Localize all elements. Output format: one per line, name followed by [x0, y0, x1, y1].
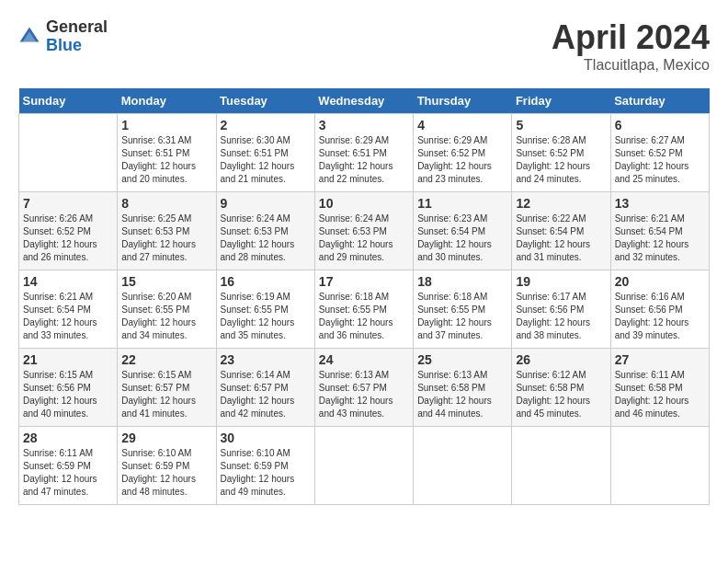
day-number: 23 [221, 352, 311, 367]
table-row: 15Sunrise: 6:20 AMSunset: 6:55 PMDayligh… [118, 270, 216, 349]
calendar-body: 1Sunrise: 6:31 AMSunset: 6:51 PMDaylight… [19, 114, 710, 505]
day-info: Sunrise: 6:13 AMSunset: 6:58 PMDaylight:… [417, 369, 507, 420]
day-info: Sunrise: 6:27 AMSunset: 6:52 PMDaylight:… [615, 134, 705, 186]
day-number: 20 [615, 274, 705, 289]
day-info: Sunrise: 6:30 AMSunset: 6:51 PMDaylight:… [221, 134, 311, 186]
day-number: 21 [23, 352, 113, 367]
logo-icon [18, 26, 40, 48]
day-number: 8 [121, 196, 211, 211]
day-number: 27 [615, 352, 705, 367]
title-block: April 2024 Tlacuitlapa, Mexico [552, 18, 710, 74]
col-monday: Monday [118, 88, 216, 114]
day-info: Sunrise: 6:17 AMSunset: 6:56 PMDaylight:… [516, 291, 606, 342]
day-info: Sunrise: 6:29 AMSunset: 6:52 PMDaylight:… [417, 134, 507, 186]
day-number: 4 [417, 118, 507, 132]
table-row: 25Sunrise: 6:13 AMSunset: 6:58 PMDayligh… [414, 349, 512, 427]
logo: General Blue [18, 18, 108, 55]
day-info: Sunrise: 6:11 AMSunset: 6:59 PMDaylight:… [23, 447, 113, 499]
calendar-header: Sunday Monday Tuesday Wednesday Thursday… [19, 88, 710, 114]
table-row: 18Sunrise: 6:18 AMSunset: 6:55 PMDayligh… [414, 270, 512, 349]
day-number: 7 [23, 196, 113, 211]
day-number: 1 [121, 118, 211, 132]
day-info: Sunrise: 6:18 AMSunset: 6:55 PMDaylight:… [319, 291, 409, 342]
calendar-week-5: 28Sunrise: 6:11 AMSunset: 6:59 PMDayligh… [19, 427, 710, 505]
day-info: Sunrise: 6:13 AMSunset: 6:57 PMDaylight:… [319, 369, 409, 420]
table-row: 9Sunrise: 6:24 AMSunset: 6:53 PMDaylight… [216, 192, 314, 270]
day-number: 25 [417, 352, 507, 367]
table-row: 26Sunrise: 6:12 AMSunset: 6:58 PMDayligh… [512, 349, 610, 427]
day-number: 10 [319, 196, 409, 211]
day-info: Sunrise: 6:10 AMSunset: 6:59 PMDaylight:… [221, 447, 311, 499]
day-info: Sunrise: 6:19 AMSunset: 6:55 PMDaylight:… [221, 291, 311, 342]
table-row: 16Sunrise: 6:19 AMSunset: 6:55 PMDayligh… [216, 270, 314, 349]
day-info: Sunrise: 6:12 AMSunset: 6:58 PMDaylight:… [516, 369, 606, 420]
day-number: 9 [221, 196, 311, 211]
table-row: 12Sunrise: 6:22 AMSunset: 6:54 PMDayligh… [512, 192, 610, 270]
col-tuesday: Tuesday [216, 88, 314, 114]
table-row [314, 427, 413, 505]
day-number: 24 [319, 352, 409, 367]
table-row: 14Sunrise: 6:21 AMSunset: 6:54 PMDayligh… [19, 270, 118, 349]
day-number: 6 [615, 118, 705, 132]
day-info: Sunrise: 6:15 AMSunset: 6:57 PMDaylight:… [121, 369, 211, 420]
logo-text: General Blue [46, 18, 108, 55]
day-info: Sunrise: 6:16 AMSunset: 6:56 PMDaylight:… [615, 291, 705, 342]
day-info: Sunrise: 6:25 AMSunset: 6:53 PMDaylight:… [121, 213, 211, 264]
col-sunday: Sunday [19, 88, 118, 114]
day-number: 15 [121, 274, 211, 289]
header-row: Sunday Monday Tuesday Wednesday Thursday… [19, 88, 710, 114]
day-info: Sunrise: 6:21 AMSunset: 6:54 PMDaylight:… [23, 291, 113, 342]
table-row [414, 427, 512, 505]
table-row: 2Sunrise: 6:30 AMSunset: 6:51 PMDaylight… [216, 114, 314, 192]
day-number: 30 [221, 431, 311, 445]
table-row: 27Sunrise: 6:11 AMSunset: 6:58 PMDayligh… [610, 349, 709, 427]
table-row: 6Sunrise: 6:27 AMSunset: 6:52 PMDaylight… [610, 114, 709, 192]
table-row: 24Sunrise: 6:13 AMSunset: 6:57 PMDayligh… [314, 349, 413, 427]
day-number: 12 [516, 196, 606, 211]
day-number: 5 [516, 118, 606, 132]
day-number: 16 [221, 274, 311, 289]
day-info: Sunrise: 6:22 AMSunset: 6:54 PMDaylight:… [516, 213, 606, 264]
day-number: 22 [121, 352, 211, 367]
day-info: Sunrise: 6:29 AMSunset: 6:51 PMDaylight:… [319, 134, 409, 186]
day-number: 11 [417, 196, 507, 211]
day-info: Sunrise: 6:24 AMSunset: 6:53 PMDaylight:… [221, 213, 311, 264]
day-info: Sunrise: 6:10 AMSunset: 6:59 PMDaylight:… [121, 447, 211, 499]
table-row: 22Sunrise: 6:15 AMSunset: 6:57 PMDayligh… [118, 349, 216, 427]
calendar-subtitle: Tlacuitlapa, Mexico [552, 57, 710, 74]
calendar-title: April 2024 [552, 18, 710, 57]
table-row: 1Sunrise: 6:31 AMSunset: 6:51 PMDaylight… [118, 114, 216, 192]
day-number: 14 [23, 274, 113, 289]
day-info: Sunrise: 6:28 AMSunset: 6:52 PMDaylight:… [516, 134, 606, 186]
day-number: 17 [319, 274, 409, 289]
calendar-week-3: 14Sunrise: 6:21 AMSunset: 6:54 PMDayligh… [19, 270, 710, 349]
calendar-week-2: 7Sunrise: 6:26 AMSunset: 6:52 PMDaylight… [19, 192, 710, 270]
day-info: Sunrise: 6:14 AMSunset: 6:57 PMDaylight:… [221, 369, 311, 420]
logo-general: General [46, 18, 108, 37]
day-number: 26 [516, 352, 606, 367]
day-info: Sunrise: 6:20 AMSunset: 6:55 PMDaylight:… [121, 291, 211, 342]
day-info: Sunrise: 6:23 AMSunset: 6:54 PMDaylight:… [417, 213, 507, 264]
table-row [610, 427, 709, 505]
table-row: 19Sunrise: 6:17 AMSunset: 6:56 PMDayligh… [512, 270, 610, 349]
table-row: 23Sunrise: 6:14 AMSunset: 6:57 PMDayligh… [216, 349, 314, 427]
table-row: 20Sunrise: 6:16 AMSunset: 6:56 PMDayligh… [610, 270, 709, 349]
day-number: 18 [417, 274, 507, 289]
table-row: 28Sunrise: 6:11 AMSunset: 6:59 PMDayligh… [19, 427, 118, 505]
calendar-table: Sunday Monday Tuesday Wednesday Thursday… [18, 88, 710, 505]
table-row: 21Sunrise: 6:15 AMSunset: 6:56 PMDayligh… [19, 349, 118, 427]
day-info: Sunrise: 6:15 AMSunset: 6:56 PMDaylight:… [23, 369, 113, 420]
col-wednesday: Wednesday [314, 88, 413, 114]
page-header: General Blue April 2024 Tlacuitlapa, Mex… [18, 18, 710, 74]
table-row: 8Sunrise: 6:25 AMSunset: 6:53 PMDaylight… [118, 192, 216, 270]
table-row: 4Sunrise: 6:29 AMSunset: 6:52 PMDaylight… [414, 114, 512, 192]
day-info: Sunrise: 6:11 AMSunset: 6:58 PMDaylight:… [615, 369, 705, 420]
day-info: Sunrise: 6:31 AMSunset: 6:51 PMDaylight:… [121, 134, 211, 186]
table-row: 29Sunrise: 6:10 AMSunset: 6:59 PMDayligh… [118, 427, 216, 505]
day-number: 2 [221, 118, 311, 132]
table-row [19, 114, 118, 192]
table-row: 11Sunrise: 6:23 AMSunset: 6:54 PMDayligh… [414, 192, 512, 270]
table-row: 10Sunrise: 6:24 AMSunset: 6:53 PMDayligh… [314, 192, 413, 270]
day-info: Sunrise: 6:24 AMSunset: 6:53 PMDaylight:… [319, 213, 409, 264]
calendar-week-1: 1Sunrise: 6:31 AMSunset: 6:51 PMDaylight… [19, 114, 710, 192]
